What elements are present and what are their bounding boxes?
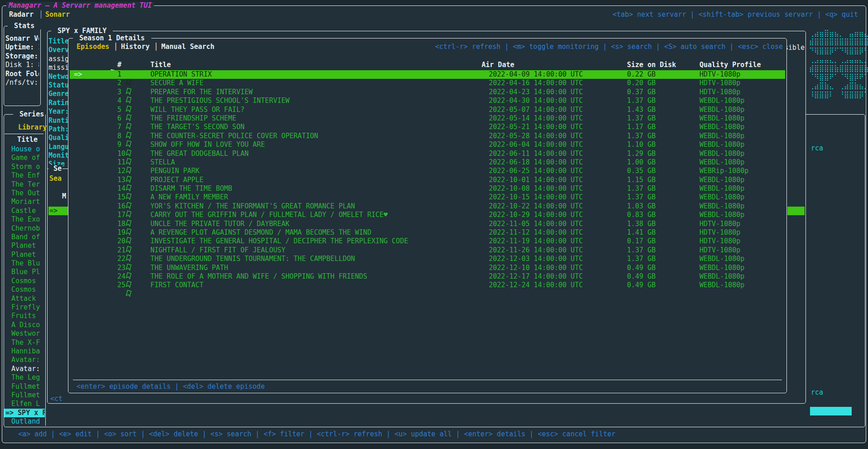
library-series-item[interactable]: Planet <box>4 251 45 259</box>
episode-row[interactable]: 12 PENGUIN PARK 2022-06-25 14:00:00 UTC … <box>70 167 785 175</box>
library-series-item[interactable]: => SPY x F <box>4 409 45 417</box>
episode-size: 1.37 GB <box>627 114 656 123</box>
episode-row[interactable]: 22 THE UNDERGROUND TENNIS TOURNAMENT: TH… <box>70 255 785 263</box>
episode-air-date: 2022-11-05 14:00:00 UTC <box>489 220 583 228</box>
library-series-item[interactable]: Outland <box>4 417 45 426</box>
episodes-table-header: # Title Air Date Size on Disk Quality Pr… <box>68 60 786 69</box>
episode-row[interactable]: 17 CARRY OUT THE GRIFFIN PLAN / FULLMETA… <box>70 211 785 219</box>
library-tab[interactable]: Library <box>18 123 47 131</box>
episode-size: 1.37 GB <box>627 255 656 263</box>
library-series-item[interactable]: Fullmet <box>4 391 45 400</box>
episode-number: 10 <box>117 150 125 158</box>
library-series-item[interactable]: The Leg <box>4 373 45 382</box>
library-series-item[interactable]: Fruits <box>4 312 45 320</box>
episode-size: 1.10 GB <box>627 140 656 149</box>
episode-size: 1.37 GB <box>627 184 656 193</box>
episode-row[interactable]: 21 NIGHTFALL / FIRST FIT OF JEALOUSY 202… <box>70 246 785 255</box>
col-header-size[interactable]: Size on Disk <box>627 60 676 69</box>
episode-row[interactable]: 13 PROJECT APPLE 2022-10-01 14:00:00 UTC… <box>70 176 785 184</box>
library-series-item[interactable]: Cosmos <box>4 277 45 285</box>
library-series-item[interactable]: Planet <box>4 241 45 250</box>
col-header-num[interactable]: # <box>117 60 121 69</box>
library-series-item[interactable]: The Out <box>4 189 45 198</box>
episode-row[interactable]: 8 THE COUNTER-SECRET POLICE COVER OPERAT… <box>70 132 785 140</box>
episode-quality-profile: HDTV-1080p <box>699 228 740 237</box>
episode-row[interactable]: 4 THE PRESTIGIOUS SCHOOL'S INTERVIEW 202… <box>70 97 785 105</box>
servarr-tab-radarr[interactable]: Radarr <box>9 10 34 19</box>
episode-size: 1.37 GB <box>627 132 656 140</box>
episode-quality-profile: WEBDL-1080p <box>699 255 744 263</box>
episode-title: NIGHTFALL / FIRST FIT OF JEALOUSY <box>150 246 285 255</box>
episode-number: 24 <box>117 272 125 281</box>
episode-quality-profile: WEBDL-1080p <box>699 123 744 131</box>
episode-air-date: 2022-11-19 14:00:00 UTC <box>489 237 583 246</box>
episode-row[interactable]: 6 THE FRIENDSHIP SCHEME 2022-05-14 14:00… <box>70 114 785 123</box>
episode-row[interactable]: 19 A REVENGE PLOT AGAINST DESMOND / MAMA… <box>70 228 785 237</box>
episode-number: 25 <box>117 281 125 290</box>
episode-row[interactable]: 5 WILL THEY PASS OR FAIL? 2022-05-07 14:… <box>70 106 785 114</box>
episode-quality-profile: WEBDL-1080p <box>699 272 744 281</box>
library-series-item[interactable]: A Disco <box>4 321 45 329</box>
episode-row[interactable]: => 1 OPERATION STRIX 2022-04-09 14:00:00… <box>70 70 785 79</box>
library-series-item[interactable]: Cosmos <box>4 285 45 294</box>
season-details-popup: Season 1 Details Episodes │ History │ Ma… <box>68 38 787 393</box>
episode-row[interactable]: 2 SECURE A WIFE 2022-04-16 14:00:00 UTC … <box>70 79 785 87</box>
library-series-item[interactable]: Storm o <box>4 163 45 171</box>
episode-row[interactable]: 20 INVESTIGATE THE GENERAL HOSPITAL / DE… <box>70 237 785 246</box>
series-detail-label: Genre <box>48 90 69 98</box>
library-series-item[interactable]: Game of <box>4 154 45 162</box>
library-series-item[interactable]: The Exo <box>4 215 45 224</box>
library-series-item[interactable]: Firefly <box>4 303 45 312</box>
episode-quality-profile: HDTV-1080p <box>699 70 740 79</box>
tab-history[interactable]: History <box>121 43 149 51</box>
episode-title: THE ROLE OF A MOTHER AND WIFE / SHOPPING… <box>150 272 367 281</box>
library-series-item[interactable]: Hanniba <box>4 347 45 356</box>
library-series-item[interactable]: Blue Pl <box>4 268 45 276</box>
episode-size: 0.49 GB <box>627 281 656 290</box>
episode-row[interactable]: 14 DISARM THE TIME BOMB 2022-10-08 14:00… <box>70 184 785 193</box>
episode-row[interactable]: 15 A NEW FAMILY MEMBER 2022-10-15 14:00:… <box>70 193 785 202</box>
episode-size: 0.83 GB <box>627 211 656 219</box>
library-series-item[interactable]: House o <box>4 145 45 154</box>
col-header-airdate[interactable]: Air Date <box>482 60 514 69</box>
library-series-item[interactable]: Chernob <box>4 224 45 233</box>
library-series-item[interactable]: Elfen L <box>4 400 45 408</box>
servarr-tab-sonarr[interactable]: Sonarr <box>45 10 70 19</box>
episode-row[interactable]: 10 THE GREAT DODGEBALL PLAN 2022-06-11 1… <box>70 150 785 158</box>
library-series-item[interactable]: Avatar: <box>4 365 45 373</box>
episode-row[interactable]: 7 THE TARGET'S SECOND SON 2022-05-21 14:… <box>70 123 785 131</box>
library-panel-title: Series <box>13 111 50 118</box>
library-series-item[interactable]: The Ter <box>4 180 45 189</box>
episode-row[interactable]: 16 YOR'S KITCHEN / THE INFORMANT'S GREAT… <box>70 202 785 211</box>
episode-air-date: 2022-06-25 14:00:00 UTC <box>489 167 583 175</box>
library-series-item[interactable]: The X-F <box>4 338 45 347</box>
episode-number: 8 <box>117 132 121 140</box>
episode-row[interactable]: 23 THE UNWAVERING PATH 2022-12-10 14:00:… <box>70 264 785 272</box>
episode-row[interactable]: 24 THE ROLE OF A MOTHER AND WIFE / SHOPP… <box>70 272 785 281</box>
col-header-title[interactable]: Title <box>150 60 171 69</box>
library-series-item[interactable]: Avatar: <box>4 356 45 364</box>
tab-manual-search[interactable]: Manual Search <box>161 43 214 51</box>
library-series-item[interactable]: Band of <box>4 233 45 241</box>
episode-number: 17 <box>117 211 125 219</box>
library-series-item[interactable]: The Blu <box>4 259 45 268</box>
library-series-item[interactable]: Westwor <box>4 329 45 338</box>
library-series-item[interactable]: Moriart <box>4 198 45 206</box>
episode-row[interactable]: 11 STELLA 2022-06-18 14:00:00 UTC 1.00 G… <box>70 158 785 167</box>
seasons-tab-fragment[interactable]: Sea <box>49 174 62 183</box>
library-series-item[interactable]: Fullmet <box>4 382 45 391</box>
episode-row[interactable]: 25 FIRST CONTACT 2022-12-24 14:00:00 UTC… <box>70 281 785 290</box>
episode-air-date: 2022-10-08 14:00:00 UTC <box>489 184 583 193</box>
episode-size: 1.37 GB <box>627 246 656 255</box>
library-series-item[interactable]: Castle <box>4 207 45 215</box>
episode-row[interactable]: 3 PREPARE FOR THE INTERVIEW 2022-04-23 1… <box>70 88 785 97</box>
episode-row[interactable]: 18 UNCLE THE PRIVATE TUTOR / DAYBREAK 20… <box>70 220 785 228</box>
library-title-header: Title <box>17 135 38 144</box>
library-series-item[interactable]: The Enf <box>4 171 45 180</box>
episode-number: 2 <box>117 79 121 87</box>
episode-row[interactable]: 9 SHOW OFF HOW IN LOVE YOU ARE 2022-06-0… <box>70 140 785 149</box>
season-popup-keybinds: <ctrl-r> refresh | <m> toggle monitoring… <box>435 43 783 51</box>
col-header-quality[interactable]: Quality Profile <box>699 60 761 69</box>
tab-episodes[interactable]: Episodes <box>77 43 109 51</box>
library-series-item[interactable]: Attack <box>4 295 45 303</box>
